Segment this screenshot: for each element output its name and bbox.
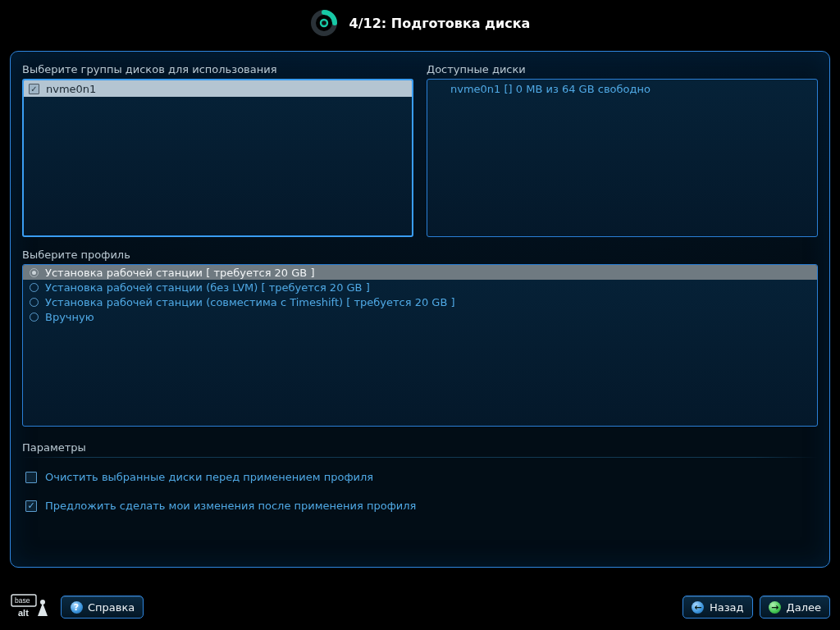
checkbox-checked-icon[interactable]: ✓ bbox=[29, 84, 39, 94]
divider bbox=[22, 457, 818, 458]
checkbox-icon[interactable] bbox=[25, 472, 37, 483]
radio-selected-icon bbox=[30, 268, 39, 277]
page-title: 4/12: Подготовка диска bbox=[349, 16, 531, 31]
arrow-right-icon: → bbox=[769, 600, 782, 614]
available-disk-item[interactable]: nvme0n1 [] 0 MB из 64 GB свободно bbox=[427, 80, 817, 98]
radio-icon bbox=[30, 298, 39, 307]
disk-groups-label: Выберите группы дисков для использования bbox=[22, 63, 413, 75]
param-clear-disks[interactable]: Очистить выбранные диски перед применени… bbox=[22, 463, 818, 491]
profile-option[interactable]: Установка рабочей станции (без LVM) [ тр… bbox=[23, 280, 817, 294]
logo-icon bbox=[310, 9, 338, 37]
installer-header: 4/12: Подготовка диска bbox=[0, 0, 840, 46]
available-disks-list[interactable]: nvme0n1 [] 0 MB из 64 GB свободно bbox=[427, 79, 818, 237]
profile-label: Выберите профиль bbox=[22, 249, 818, 261]
profile-option[interactable]: Вручную bbox=[23, 309, 817, 324]
disk-group-item[interactable]: ✓ nvme0n1 bbox=[24, 80, 412, 97]
profile-list[interactable]: Установка рабочей станции [ требуется 20… bbox=[22, 264, 818, 427]
next-button[interactable]: → Далее bbox=[760, 596, 830, 619]
arrow-left-icon: ← bbox=[692, 600, 705, 614]
footer: base alt ? Справка ← Назад → Далее bbox=[0, 584, 840, 630]
svg-text:alt: alt bbox=[18, 608, 29, 618]
brand-basealt-icon: base alt bbox=[10, 591, 52, 623]
profile-option[interactable]: Установка рабочей станции [ требуется 20… bbox=[23, 265, 817, 280]
radio-icon bbox=[30, 313, 39, 322]
radio-icon bbox=[30, 283, 39, 292]
disk-group-name: nvme0n1 bbox=[46, 83, 96, 95]
params-label: Параметры bbox=[22, 441, 818, 454]
svg-text:base: base bbox=[15, 596, 30, 605]
main-panel: Выберите группы дисков для использования… bbox=[10, 51, 830, 568]
help-button[interactable]: ? Справка bbox=[61, 596, 144, 619]
param-confirm-changes[interactable]: ✓ Предложить сделать мои изменения после… bbox=[22, 491, 818, 520]
disk-groups-list[interactable]: ✓ nvme0n1 bbox=[22, 79, 413, 237]
help-icon: ? bbox=[70, 600, 83, 614]
available-disks-label: Доступные диски bbox=[427, 63, 818, 75]
svg-point-6 bbox=[40, 600, 45, 605]
back-button[interactable]: ← Назад bbox=[682, 596, 753, 619]
profile-option[interactable]: Установка рабочей станции (совместима с … bbox=[23, 294, 817, 309]
checkbox-checked-icon[interactable]: ✓ bbox=[25, 500, 37, 512]
